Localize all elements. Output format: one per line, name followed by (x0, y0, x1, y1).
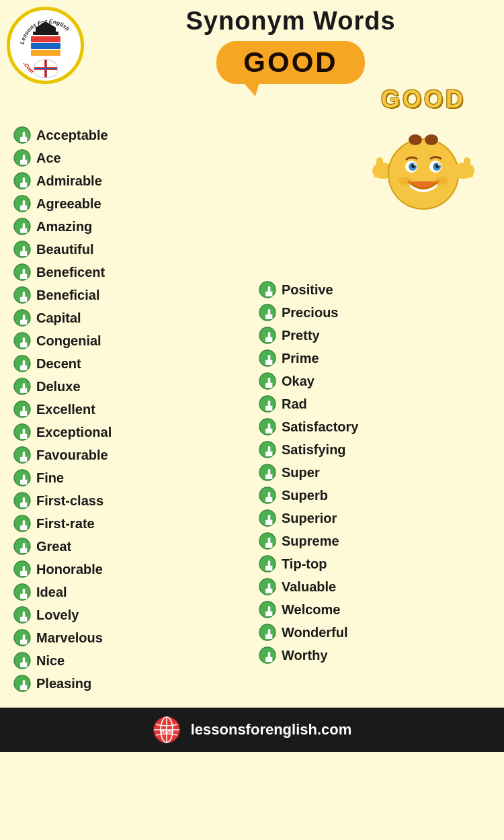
thumb-icon (259, 624, 276, 641)
thumb-icon (259, 487, 276, 504)
thumb-icon (13, 583, 31, 601)
svg-rect-115 (265, 383, 267, 388)
speech-bubble: GOOD (216, 41, 364, 84)
thumb-icon (13, 538, 31, 555)
word-item: Prime (255, 347, 494, 369)
thumb-icon (259, 395, 276, 413)
thumb-icon (13, 560, 31, 578)
thumb-icon (13, 332, 31, 349)
svg-rect-142 (265, 589, 267, 593)
word-item: Okay (255, 370, 494, 392)
word-text: Wonderful (282, 625, 348, 640)
word-text: Nice (36, 653, 65, 669)
word-item: Favourable (10, 444, 249, 466)
svg-rect-112 (265, 360, 267, 365)
word-text: Ideal (36, 585, 67, 600)
word-text: Acceptable (36, 128, 108, 143)
word-item: Pleasing (10, 673, 249, 694)
thumb-icon (259, 601, 276, 618)
svg-rect-24 (468, 169, 473, 173)
svg-point-16 (438, 163, 440, 165)
svg-rect-73 (20, 480, 22, 485)
footer-website: lessonsforenglish.com (191, 721, 352, 739)
svg-rect-127 (265, 474, 267, 479)
word-text: Admirable (36, 173, 102, 189)
svg-rect-97 (20, 663, 22, 667)
word-item: Satisfying (255, 439, 494, 460)
word-item: Welcome (255, 599, 494, 620)
svg-point-15 (414, 163, 416, 165)
word-item: Amazing (10, 216, 249, 237)
word-text: Super (282, 465, 320, 480)
svg-rect-25 (468, 173, 473, 177)
word-text: Prime (282, 351, 319, 366)
svg-rect-94 (20, 640, 22, 644)
word-item: Ideal (10, 581, 249, 603)
svg-point-19 (409, 134, 422, 145)
word-text: Honorable (36, 562, 103, 577)
word-item: Nice (10, 650, 249, 671)
thumb-icon (13, 515, 31, 532)
word-item: Beautiful (10, 239, 249, 260)
thumb-icon (259, 304, 276, 321)
svg-rect-61 (20, 388, 22, 393)
svg-rect-136 (265, 543, 267, 548)
title-area: Synonym Words GOOD (91, 7, 491, 84)
svg-rect-23 (468, 165, 473, 169)
word-text: Valuable (282, 579, 336, 595)
word-item: Pretty (255, 325, 494, 346)
thumb-icon (13, 263, 31, 281)
thumb-icon (13, 241, 31, 258)
svg-rect-28 (20, 137, 22, 142)
word-text: Okay (282, 374, 314, 389)
svg-rect-106 (265, 314, 267, 319)
word-text: Satisfactory (282, 419, 359, 435)
thumb-icon (259, 532, 276, 550)
thumb-icon (13, 378, 31, 395)
thumb-icon (13, 492, 31, 509)
word-item: Capital (10, 307, 249, 329)
word-item: Satisfactory (255, 416, 494, 437)
word-text: Beneficial (36, 288, 99, 303)
emoji-graphic (370, 117, 477, 211)
svg-rect-148 (265, 634, 267, 639)
page-title: Synonym Words (185, 7, 395, 36)
word-text: Welcome (282, 602, 340, 618)
word-text: Satisfying (282, 442, 346, 458)
word-text: Tip-top (282, 556, 327, 572)
svg-rect-109 (265, 337, 267, 342)
svg-rect-145 (265, 612, 267, 616)
word-text: Exceptional (36, 425, 112, 440)
word-text: Supreme (282, 534, 339, 549)
thumb-icon (13, 309, 31, 327)
word-item: First-class (10, 490, 249, 511)
thumb-icon (259, 327, 276, 344)
thumb-icon (259, 441, 276, 458)
thumb-icon (13, 606, 31, 624)
word-text: First-class (36, 493, 103, 509)
svg-rect-118 (265, 406, 267, 411)
svg-rect-46 (20, 274, 22, 279)
word-item: Lovely (10, 604, 249, 626)
word-text: Superb (282, 488, 328, 503)
svg-text:WWW: WWW (160, 729, 173, 734)
thumb-icon (13, 629, 31, 646)
thumb-icon (259, 578, 276, 595)
svg-rect-151 (265, 657, 267, 662)
word-text: Worthy (282, 648, 328, 663)
thumb-icon (259, 418, 276, 435)
svg-rect-43 (20, 251, 22, 256)
svg-rect-58 (20, 366, 22, 370)
svg-rect-103 (265, 292, 267, 296)
svg-point-17 (398, 177, 412, 185)
svg-rect-31 (20, 160, 22, 165)
word-text: Beneficent (36, 265, 105, 280)
thumb-icon (259, 509, 276, 527)
word-text: Decent (36, 356, 81, 372)
header: Lessons For English .Com (0, 0, 504, 87)
word-text: Great (36, 539, 71, 554)
svg-rect-4 (374, 165, 379, 169)
svg-rect-49 (20, 297, 22, 302)
word-item: Superb (255, 485, 494, 506)
word-item: Valuable (255, 576, 494, 597)
